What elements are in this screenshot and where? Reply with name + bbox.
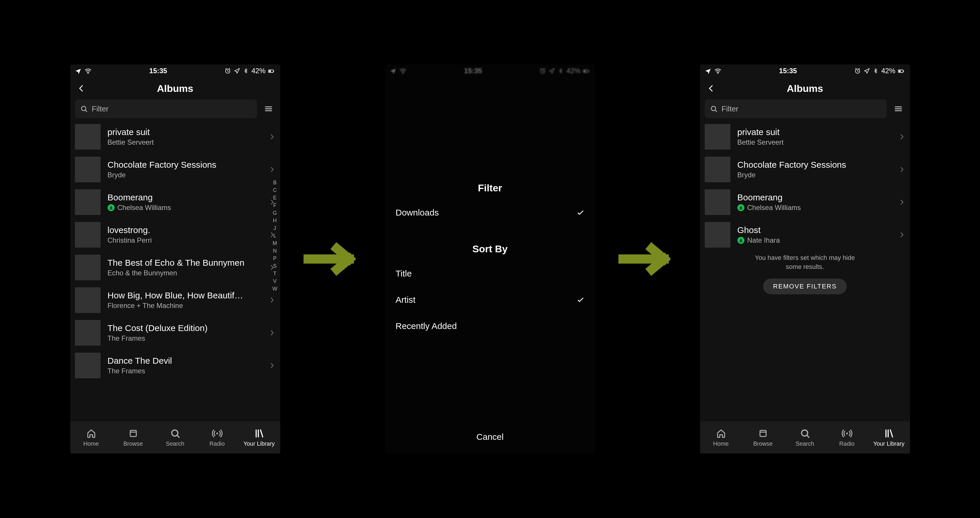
- downloaded-icon: [737, 237, 745, 244]
- chevron-right-icon: [269, 133, 275, 140]
- library-icon: [884, 428, 894, 439]
- alpha-index-letter[interactable]: E: [272, 194, 278, 202]
- album-art: [705, 222, 730, 248]
- album-row[interactable]: GhostNate Ihara: [700, 218, 910, 248]
- tab-label: Search: [166, 440, 184, 447]
- alarm-icon: [854, 68, 861, 74]
- album-artist: Bettie Serveert: [737, 138, 891, 147]
- album-title: Dance The Devil: [108, 356, 261, 366]
- search-icon: [170, 428, 180, 439]
- alpha-index-letter[interactable]: T: [272, 270, 278, 277]
- browse-icon: [758, 428, 768, 439]
- tab-search[interactable]: Search: [784, 421, 826, 454]
- screen-albums-full: 15:35 42% Albums: [70, 64, 280, 454]
- album-row[interactable]: lovestrong.Christina Perri: [70, 218, 280, 251]
- album-row[interactable]: BoomerangChelsea Williams: [700, 186, 910, 218]
- album-row[interactable]: Chocolate Factory SessionsBryde: [70, 153, 280, 186]
- cancel-button[interactable]: Cancel: [385, 420, 595, 454]
- album-title: private suit: [108, 127, 261, 137]
- filter-option[interactable]: Recently Added: [385, 313, 595, 339]
- alpha-index-letter[interactable]: V: [272, 277, 278, 285]
- album-title: Boomerang: [737, 193, 891, 202]
- tab-your-library[interactable]: Your Library: [238, 421, 280, 454]
- battery-indicator: 42%: [251, 67, 275, 75]
- alpha-index-letter[interactable]: S: [272, 262, 278, 270]
- back-icon: [707, 84, 715, 92]
- remove-filters-button[interactable]: REMOVE FILTERS: [763, 279, 846, 294]
- alpha-index[interactable]: BCEFGHJLMNPSTVW: [272, 179, 278, 293]
- location-icon: [864, 68, 870, 74]
- tab-bar: HomeBrowseSearchRadioYour Library: [700, 421, 910, 454]
- alpha-index-letter[interactable]: G: [272, 209, 278, 217]
- filter-input[interactable]: [721, 104, 881, 114]
- album-row[interactable]: How Big, How Blue, How Beautif…Florence …: [70, 284, 280, 316]
- chevron-right-icon: [898, 133, 905, 140]
- check-icon: [576, 209, 585, 217]
- tab-label: Your Library: [243, 440, 275, 447]
- back-button[interactable]: [74, 77, 89, 99]
- wifi-icon: [84, 67, 92, 75]
- tab-browse[interactable]: Browse: [742, 421, 784, 454]
- chevron-right-icon: [898, 166, 905, 173]
- album-title: The Cost (Deluxe Edition): [108, 323, 261, 333]
- filter-notice-line: some results.: [718, 263, 892, 271]
- tab-your-library[interactable]: Your Library: [868, 421, 910, 454]
- tab-label: Browse: [123, 440, 143, 447]
- option-label: Recently Added: [396, 321, 457, 331]
- alpha-index-letter[interactable]: P: [272, 255, 278, 262]
- alpha-index-letter[interactable]: L: [272, 232, 278, 239]
- album-row[interactable]: Chocolate Factory SessionsBryde: [700, 153, 910, 186]
- album-list[interactable]: private suitBettie ServeertChocolate Fac…: [700, 120, 910, 248]
- alpha-index-letter[interactable]: N: [272, 247, 278, 255]
- album-title: Chocolate Factory Sessions: [737, 160, 891, 170]
- album-list[interactable]: private suitBettie ServeertChocolate Fac…: [70, 120, 280, 421]
- chevron-right-icon: [898, 199, 905, 206]
- album-row[interactable]: private suitBettie Serveert: [700, 120, 910, 153]
- album-row[interactable]: Dance The DevilThe Frames: [70, 349, 280, 382]
- album-row[interactable]: The Best of Echo & The BunnymenEcho & th…: [70, 251, 280, 284]
- bluetooth-icon: [873, 68, 878, 74]
- filter-option[interactable]: Artist: [385, 287, 595, 313]
- tab-label: Home: [713, 440, 729, 447]
- filter-search-box[interactable]: [75, 99, 257, 118]
- filter-option[interactable]: Downloads: [385, 199, 595, 226]
- alarm-icon: [224, 68, 231, 74]
- tab-search[interactable]: Search: [154, 421, 196, 454]
- album-artist: Christina Perri: [108, 236, 261, 244]
- sort-filter-button[interactable]: [261, 102, 275, 116]
- search-icon: [800, 428, 810, 439]
- flow-arrow-icon: [304, 239, 362, 279]
- album-artist: Echo & the Bunnymen: [108, 269, 261, 277]
- airplane-mode-icon: [705, 68, 711, 74]
- filter-heading: Filter: [385, 182, 595, 194]
- filter-input[interactable]: [91, 104, 251, 114]
- tab-home[interactable]: Home: [70, 421, 112, 454]
- alpha-index-letter[interactable]: M: [272, 239, 278, 247]
- alpha-index-letter[interactable]: H: [272, 217, 278, 224]
- tab-radio[interactable]: Radio: [826, 421, 868, 454]
- tab-browse[interactable]: Browse: [112, 421, 154, 454]
- album-row[interactable]: The Cost (Deluxe Edition)The Frames: [70, 316, 280, 349]
- alpha-index-letter[interactable]: F: [272, 202, 278, 209]
- album-artist: The Frames: [108, 367, 261, 375]
- chevron-right-icon: [898, 231, 905, 238]
- alpha-index-letter[interactable]: W: [272, 285, 278, 293]
- album-row[interactable]: BoomerangChelsea Williams: [70, 186, 280, 218]
- album-artist: Chelsea Williams: [737, 204, 891, 212]
- battery-indicator: 42%: [881, 67, 905, 75]
- tab-label: Search: [796, 440, 814, 447]
- battery-icon: [267, 68, 275, 74]
- tab-radio[interactable]: Radio: [196, 421, 238, 454]
- filter-sort-sheet: Filter Downloads Sort By TitleArtistRece…: [385, 77, 595, 454]
- alpha-index-letter[interactable]: J: [272, 224, 278, 232]
- home-icon: [86, 428, 97, 439]
- tab-label: Radio: [839, 440, 854, 447]
- filter-search-box[interactable]: [705, 99, 887, 118]
- filter-option[interactable]: Title: [385, 260, 595, 287]
- back-button[interactable]: [703, 77, 719, 99]
- alpha-index-letter[interactable]: B: [272, 179, 278, 186]
- tab-home[interactable]: Home: [700, 421, 742, 454]
- sort-filter-button[interactable]: [891, 102, 905, 116]
- alpha-index-letter[interactable]: C: [272, 186, 278, 194]
- album-row[interactable]: private suitBettie Serveert: [70, 120, 280, 153]
